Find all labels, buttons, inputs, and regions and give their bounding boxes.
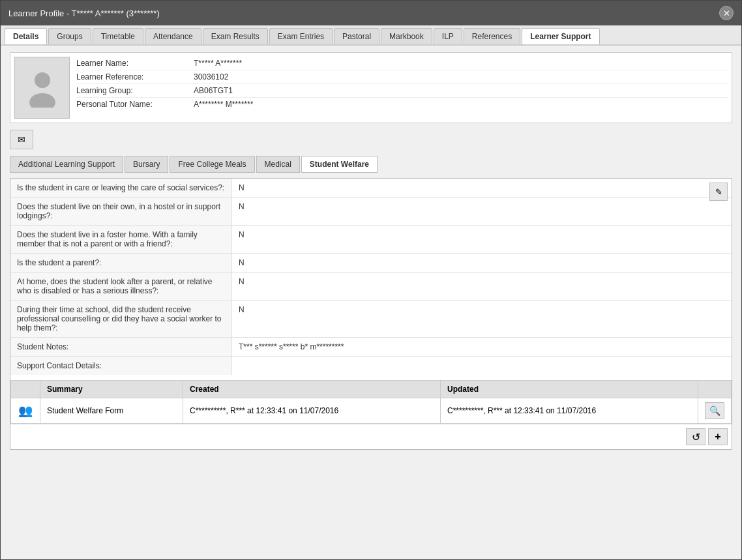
- question-row-2: Does the student live on their own, in a…: [10, 198, 732, 226]
- tab-exam-entries[interactable]: Exam Entries: [269, 28, 333, 44]
- student-notes-row: Student Notes: T*** s****** s***** b* m*…: [10, 338, 732, 357]
- ref-row: Learner Reference: 30036102: [76, 70, 728, 84]
- question-row-1: Is the student in care or leaving the ca…: [10, 179, 732, 198]
- modal-header: Learner Profile - T***** A******* (3****…: [1, 1, 741, 25]
- tab-markbook[interactable]: Markbook: [381, 28, 432, 44]
- tab-ilp[interactable]: ILP: [434, 28, 462, 44]
- col-summary: Summary: [40, 381, 183, 398]
- name-row: Learner Name: T***** A*******: [76, 57, 728, 70]
- refresh-icon: ↺: [692, 431, 700, 443]
- sub-tabs: Additional Learning Support Bursary Free…: [10, 156, 732, 173]
- email-button[interactable]: ✉: [10, 130, 33, 149]
- edit-button[interactable]: ✎: [709, 183, 728, 201]
- col-action: [698, 381, 732, 398]
- view-button[interactable]: 🔍: [705, 402, 724, 419]
- question-row-3: Does the student live in a foster home. …: [10, 226, 732, 254]
- row-summary: Student Welfare Form: [40, 398, 183, 424]
- email-btn-row: ✉: [10, 130, 732, 149]
- row-updated: C**********, R*** at 12:33:41 on 11/07/2…: [441, 398, 698, 424]
- tab-groups[interactable]: Groups: [48, 28, 91, 44]
- email-icon: ✉: [18, 134, 25, 145]
- modal-title: Learner Profile - T***** A******* (3****…: [8, 8, 160, 18]
- bottom-actions: ↺ +: [10, 424, 732, 449]
- main-tabs: Details Groups Timetable Attendance Exam…: [1, 25, 741, 46]
- sub-tab-als[interactable]: Additional Learning Support: [10, 156, 123, 173]
- svg-point-0: [35, 72, 50, 88]
- tab-references[interactable]: References: [464, 28, 520, 44]
- sub-tab-bursary[interactable]: Bursary: [125, 156, 168, 173]
- support-contact-row: Support Contact Details:: [10, 357, 732, 375]
- view-icon: 🔍: [709, 405, 720, 416]
- tutor-row: Personal Tutor Name: A******** M*******: [76, 98, 728, 111]
- refresh-button[interactable]: ↺: [686, 428, 705, 445]
- sub-tab-student-welfare[interactable]: Student Welfare: [301, 156, 378, 173]
- sub-tab-medical[interactable]: Medical: [256, 156, 300, 173]
- add-button[interactable]: +: [708, 428, 728, 445]
- question-row-5: At home, does the student look after a p…: [10, 273, 732, 301]
- close-button[interactable]: ✕: [719, 6, 734, 20]
- row-created: C**********, R*** at 12:33:41 on 11/07/2…: [183, 398, 441, 424]
- group-row: Learning Group: AB06TGT1: [76, 84, 728, 98]
- modal-container: Learner Profile - T***** A******* (3****…: [0, 0, 742, 560]
- tab-timetable[interactable]: Timetable: [93, 28, 143, 44]
- question-row-6: During their time at school, did the stu…: [10, 301, 732, 338]
- learner-fields: Learner Name: T***** A******* Learner Re…: [76, 57, 728, 119]
- row-icon: 👥: [11, 398, 40, 424]
- avatar: [14, 57, 70, 119]
- welfare-table-section: Summary Created Updated 👥 Student Welfar…: [10, 380, 732, 449]
- col-icon: [11, 381, 40, 398]
- sub-tab-free-college-meals[interactable]: Free College Meals: [170, 156, 254, 173]
- table-row: 👥 Student Welfare Form C**********, R***…: [11, 398, 732, 424]
- row-action: 🔍: [698, 398, 732, 424]
- tab-learner-support[interactable]: Learner Support: [522, 28, 599, 44]
- welfare-table: Summary Created Updated 👥 Student Welfar…: [10, 380, 732, 424]
- col-updated: Updated: [441, 381, 698, 398]
- tab-attendance[interactable]: Attendance: [145, 28, 201, 44]
- welfare-questions: ✎ Is the student in care or leaving the …: [10, 179, 732, 375]
- people-icon: 👥: [18, 404, 33, 417]
- tab-exam-results[interactable]: Exam Results: [203, 28, 268, 44]
- welfare-panel: ✎ Is the student in care or leaving the …: [10, 178, 732, 450]
- edit-icon: ✎: [715, 187, 722, 197]
- col-created: Created: [183, 381, 441, 398]
- learner-info-section: Learner Name: T***** A******* Learner Re…: [10, 52, 732, 123]
- question-row-4: Is the student a parent?: N: [10, 254, 732, 273]
- content-area: Learner Name: T***** A******* Learner Re…: [1, 46, 741, 559]
- tab-details[interactable]: Details: [5, 28, 47, 44]
- add-icon: +: [715, 431, 720, 443]
- tab-pastoral[interactable]: Pastoral: [334, 28, 379, 44]
- svg-point-1: [29, 93, 55, 108]
